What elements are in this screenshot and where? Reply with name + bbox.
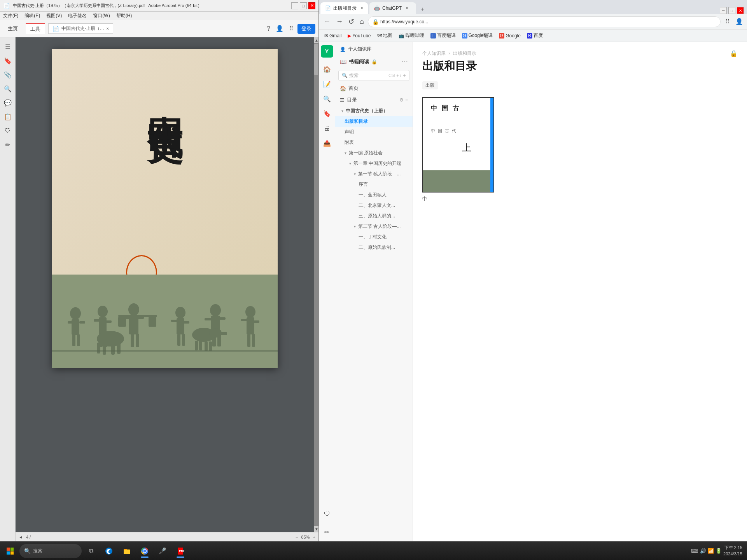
forward-button[interactable]: → (334, 17, 345, 26)
tab-close-yuque[interactable]: × (360, 5, 363, 11)
bookmark-youtube[interactable]: ▶ YouTube (345, 32, 373, 39)
tree-item-beijing[interactable]: 二、北京猿人文... (335, 200, 413, 211)
tree-item-sec2[interactable]: ▾ 第二节 古人阶段—... (335, 221, 413, 232)
add-doc-button[interactable]: + (403, 72, 406, 79)
tree-item-primitive-clan[interactable]: 二、原始氏族制... (335, 242, 413, 253)
protection-icon[interactable]: 🛡 (2, 124, 14, 137)
menu-sign[interactable]: 电子签名 (68, 12, 87, 19)
tree-book-root[interactable]: ▾ 中国古代史（上册） (335, 106, 413, 116)
bookmark-baidu[interactable]: B 百度 (525, 32, 545, 40)
minimize-button[interactable]: ─ (291, 2, 298, 9)
login-button[interactable]: 登录 (297, 24, 315, 34)
maximize-button[interactable]: □ (300, 2, 307, 9)
browser-tab-chatgpt[interactable]: 🤖 ChatGPT × (369, 2, 416, 14)
menu-window[interactable]: 窗口(W) (93, 12, 110, 19)
nav-home[interactable]: 🏠 首页 (335, 82, 413, 94)
svg-rect-38 (247, 334, 250, 347)
svg-rect-48 (97, 343, 100, 354)
taskbar-explorer[interactable] (118, 543, 135, 559)
menu-edit[interactable]: 编辑(E) (24, 12, 40, 19)
scroll-left-icon[interactable]: ◄ (19, 535, 23, 539)
bookmark-google[interactable]: G Google (497, 32, 523, 39)
tree-item-preface[interactable]: 序言 (335, 179, 413, 190)
toc-list-icon[interactable]: ≡ (405, 97, 408, 103)
profile-icon[interactable]: 👤 (735, 17, 744, 26)
browser-minimize[interactable]: ─ (720, 7, 727, 14)
thumbnails-icon[interactable]: ☰ (2, 40, 14, 53)
nav-toc[interactable]: ☰ 目录 ⚙ ≡ (335, 94, 413, 106)
svg-point-62 (143, 550, 146, 552)
comments-icon[interactable]: 💬 (2, 96, 14, 109)
tab-close-chatgpt[interactable]: × (406, 5, 408, 11)
yuque-nav-shield[interactable]: 🛡 (321, 508, 333, 520)
tree-item-primitive-group[interactable]: 三、原始人群的... (335, 211, 413, 221)
address-bar[interactable]: 🔒 https://www.yuque.co... (368, 16, 721, 27)
search-panel-icon[interactable]: 🔍 (2, 82, 14, 95)
toc-settings-icon[interactable]: ⚙ (399, 97, 404, 103)
yuque-nav-share[interactable]: 📤 (321, 137, 333, 149)
tab-home[interactable]: 主页 (3, 24, 23, 34)
tree-item-part1[interactable]: ▾ 第一编 原始社会 (335, 148, 413, 158)
close-button[interactable]: ✕ (308, 2, 315, 9)
sound-icon[interactable]: 🔊 (700, 548, 706, 554)
pdf-scrollbar[interactable]: ▲ ▼ (314, 37, 318, 532)
tab-tools[interactable]: 工具 (26, 23, 45, 34)
back-button[interactable]: ← (322, 17, 332, 26)
new-tab-button[interactable]: + (418, 5, 427, 14)
svg-rect-36 (241, 319, 247, 321)
pages-icon[interactable]: 📋 (2, 110, 14, 123)
yuque-nav-home[interactable]: 🏠 (321, 63, 333, 75)
zoom-out-icon[interactable]: − (296, 535, 298, 539)
bookmarks-panel-icon[interactable]: 🔖 (2, 54, 14, 67)
svg-rect-21 (136, 334, 139, 347)
tree-item-appendix[interactable]: 附表 (335, 137, 413, 148)
window-titlebar: 📄 中国古代史·上册（1975）（南京大学历史系中国古代，(Z-Library)… (0, 0, 318, 12)
extensions-icon[interactable]: ⠿ (723, 17, 732, 26)
tree-item-sec1[interactable]: ▾ 第一节 猿人阶段—... (335, 169, 413, 179)
browser-maximize[interactable]: □ (728, 7, 735, 14)
taskbar-edge[interactable] (100, 543, 117, 559)
bookmark-bilibili[interactable]: 📺 哔哩哔哩 (396, 32, 427, 40)
taskbar-acrobat[interactable]: PDF (172, 543, 189, 559)
start-button[interactable] (2, 543, 19, 559)
taskbar-audio[interactable]: 🎤 (154, 543, 171, 559)
svg-rect-49 (103, 344, 106, 355)
yuque-search-box[interactable]: 🔍 搜索 Ctrl + / + (338, 70, 409, 81)
user-icon[interactable]: 👤 (274, 23, 285, 34)
menu-icon[interactable]: ⠿ (287, 23, 295, 34)
window-title: 中国古代史·上册（1975）（南京大学历史系中国古代，(Z-Library).p… (13, 3, 202, 9)
tree-item-dingcun[interactable]: 一、丁村文化 (335, 232, 413, 242)
menu-help[interactable]: 帮助(H) (116, 12, 132, 19)
menu-view[interactable]: 视图(V) (46, 12, 62, 19)
markup-icon[interactable]: ✏ (2, 138, 14, 151)
taskbar-search[interactable]: 🔍 搜索 (19, 544, 82, 558)
yuque-nav-print[interactable]: 🖨 (321, 122, 333, 135)
zoom-in-icon[interactable]: + (313, 535, 315, 539)
tree-item-publishing[interactable]: 出版和目录 (335, 116, 413, 127)
bookmark-google-translate[interactable]: G Google翻译 (460, 32, 495, 40)
toolbar-filename[interactable]: 📄 中国古代史·上册（... × (48, 23, 113, 34)
bookmark-gmail[interactable]: ✉ Gmail (322, 32, 344, 39)
browser-close[interactable]: ✕ (737, 7, 744, 14)
help-icon[interactable]: ? (265, 24, 272, 34)
book-more-icon[interactable]: ⋯ (402, 58, 408, 65)
tree-item-ch1[interactable]: ▾ 第一章 中国历史的开端 (335, 158, 413, 169)
bookmarks-bar: ✉ Gmail ▶ YouTube 🗺 地图 📺 哔哩哔哩 T 百度翻译 (319, 30, 747, 42)
bookmark-maps[interactable]: 🗺 地图 (375, 32, 395, 40)
yuque-nav-edit[interactable]: ✏ (321, 526, 333, 538)
tree-item-declaration[interactable]: 声明 (335, 127, 413, 137)
reload-button[interactable]: ↺ (347, 17, 356, 27)
home-button[interactable]: ⌂ (358, 17, 366, 26)
yuque-nav-docs[interactable]: 📝 (321, 78, 333, 90)
browser-tab-yuque[interactable]: 📄 出版和目录 × (320, 2, 368, 14)
task-view-button[interactable]: ⧉ (82, 543, 100, 559)
yuque-nav-bookmark[interactable]: 🔖 (321, 107, 333, 120)
yuque-nav-search[interactable]: 🔍 (321, 93, 333, 105)
bookmark-baidu-translate[interactable]: T 百度翻译 (428, 32, 458, 40)
taskbar-chrome[interactable] (136, 543, 153, 559)
tree-item-lantian[interactable]: 一、蓝田猿人 (335, 190, 413, 200)
network-icon[interactable]: 📶 (708, 548, 714, 554)
taskbar-clock[interactable]: 下午 2:15 2024/3/15 (723, 545, 742, 557)
menu-file[interactable]: 文件(F) (3, 12, 18, 19)
attachments-icon[interactable]: 📎 (2, 68, 14, 81)
